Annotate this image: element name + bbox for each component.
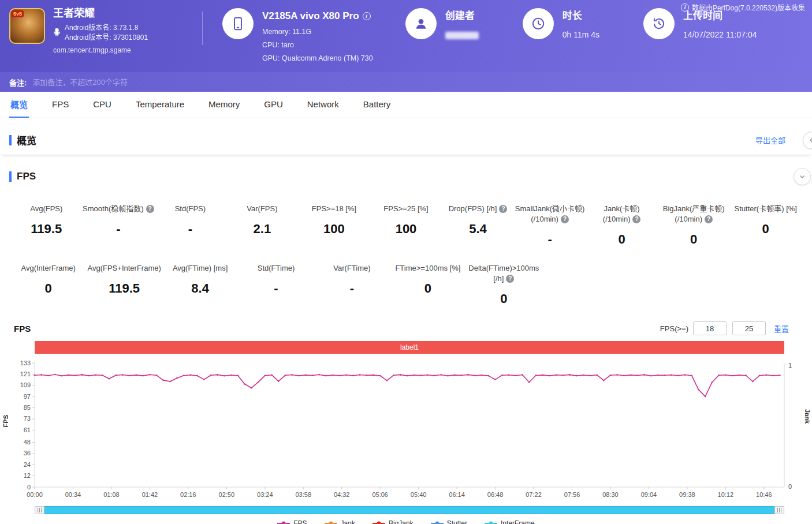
svg-text:08:30: 08:30 — [602, 491, 619, 498]
help-icon[interactable]: ? — [146, 205, 154, 213]
stat-label: FPS>=18 [%] — [298, 204, 370, 214]
svg-text:10:12: 10:12 — [718, 491, 734, 498]
svg-text:48: 48 — [24, 439, 31, 446]
help-icon[interactable]: ? — [499, 205, 507, 213]
svg-text:61: 61 — [24, 426, 31, 433]
stat-label: Std(FPS) — [154, 204, 226, 214]
stat-label: Var(FTime) — [314, 263, 390, 274]
svg-text:03:24: 03:24 — [257, 491, 273, 498]
svg-text:02:50: 02:50 — [219, 491, 235, 498]
duration-block: 时长 0h 11m 4s — [523, 7, 599, 39]
fps-section-header: FPS — [0, 163, 812, 190]
help-icon[interactable]: ? — [705, 215, 713, 223]
tab-memory[interactable]: Memory — [207, 92, 241, 118]
tab-gpu[interactable]: GPU — [263, 92, 284, 118]
stat-label: Drop(FPS) [/h]? — [442, 204, 514, 214]
tab-bar: 概览FPSCPUTemperatureMemoryGPUNetworkBatte… — [0, 92, 812, 118]
history-clock-icon — [643, 8, 675, 39]
section-accent-bar — [9, 135, 12, 145]
legend-item-fps[interactable]: FPS — [277, 519, 307, 524]
stat-item: Avg(FPS)119.5 — [10, 204, 83, 247]
svg-text:06:48: 06:48 — [487, 491, 504, 498]
phone-icon — [222, 8, 254, 39]
device-memory: Memory: 11.1G — [262, 25, 373, 39]
stat-value: - — [154, 222, 226, 237]
fps-stats-row-1: Avg(FPS)119.5Smooth(稳帧指数)?-Std(FPS)-Var(… — [0, 204, 812, 247]
stat-item: BigJank(严重卡顿)(/10min)?0 — [658, 204, 730, 247]
tab-battery[interactable]: Battery — [362, 92, 392, 118]
stat-item: Stutter(卡顿率) [%]0 — [729, 204, 802, 247]
tab-fps[interactable]: FPS — [51, 92, 70, 118]
fps-section-title: FPS — [17, 171, 36, 182]
stat-item: FTime>=100ms [%]0 — [390, 263, 465, 306]
tab-temperature[interactable]: Temperature — [135, 92, 185, 118]
legend-item-jank[interactable]: Jank — [325, 519, 355, 524]
device-info-block: V2185A vivo X80 Pro i Memory: 11.1G CPU:… — [222, 7, 373, 65]
tab-cpu[interactable]: CPU — [92, 92, 113, 118]
help-icon[interactable]: ? — [506, 275, 514, 283]
help-icon[interactable]: ? — [632, 215, 640, 223]
stat-value: 0 — [658, 232, 730, 247]
stat-value: 100 — [298, 222, 370, 237]
tab-network[interactable]: Network — [306, 92, 340, 118]
game-title: 王者荣耀 — [53, 7, 148, 20]
svg-text:1: 1 — [788, 362, 792, 369]
scrollbar-right-handle[interactable] — [774, 506, 784, 514]
chart-label1-banner: label1 — [35, 341, 784, 354]
tab-overview[interactable]: 概览 — [9, 92, 29, 118]
android-version-code: Android版本号: 373010801 — [65, 33, 148, 43]
stat-label: FTime>=100ms [%] — [390, 263, 465, 274]
fps-collapse-button[interactable] — [794, 168, 811, 185]
header-divider — [202, 12, 203, 45]
stat-item: Delta(FTime)>100ms [/h]?0 — [466, 263, 542, 306]
stat-label: Jank(卡顿)(/10min)? — [586, 204, 658, 224]
stat-label: Delta(FTime)>100ms [/h]? — [466, 263, 542, 284]
legend-label: Stutter — [447, 519, 467, 524]
creator-name-redacted — [445, 32, 479, 39]
svg-text:0: 0 — [788, 483, 792, 490]
chart-controls: FPS FPS(>=) 重置 — [0, 321, 812, 335]
stat-value: - — [238, 281, 314, 296]
stat-value: 119.5 — [86, 281, 162, 296]
reset-link[interactable]: 重置 — [774, 323, 789, 334]
svg-text:121: 121 — [20, 370, 31, 377]
creator-label: 创建者 — [445, 10, 475, 22]
svg-text:97: 97 — [24, 393, 31, 400]
device-info-icon[interactable]: i — [363, 12, 371, 20]
legend-item-interframe[interactable]: InterFrame — [485, 519, 535, 524]
scrollbar-track[interactable] — [44, 506, 774, 514]
stat-item: Jank(卡顿)(/10min)?0 — [586, 204, 658, 247]
stat-value: 0 — [729, 222, 802, 237]
chart-scrollbar — [35, 506, 784, 514]
legend-item-stutter[interactable]: Stutter — [431, 519, 467, 524]
stat-item: FPS>=25 [%]100 — [370, 204, 442, 247]
fps-chart-area: label1 133121109978573614836241201000:00… — [0, 341, 812, 504]
android-icon — [53, 28, 61, 39]
scrollbar-left-handle[interactable] — [35, 506, 44, 514]
svg-text:04:32: 04:32 — [334, 491, 350, 498]
fps-min-input[interactable] — [693, 321, 727, 335]
svg-text:36: 36 — [24, 450, 31, 456]
stat-item: FPS>=18 [%]100 — [298, 204, 370, 247]
svg-text:06:14: 06:14 — [449, 491, 465, 498]
svg-text:07:22: 07:22 — [526, 491, 542, 498]
fps-max-input[interactable] — [732, 321, 766, 335]
stat-label: BigJank(严重卡顿)(/10min)? — [658, 204, 730, 224]
device-cpu: CPU: taro — [262, 39, 373, 52]
stat-item: Avg(FPS+InterFrame)119.5 — [86, 263, 162, 306]
collapse-panel-button[interactable] — [803, 132, 812, 149]
export-all-link[interactable]: 导出全部 — [755, 134, 785, 145]
stat-value: - — [83, 222, 155, 237]
note-label: 备注: — [9, 77, 27, 88]
android-version-name: Android版本名: 3.73.1.8 — [65, 23, 148, 33]
note-input[interactable] — [32, 78, 263, 87]
svg-text:24: 24 — [24, 461, 31, 468]
fps-chart-svg[interactable]: 133121109978573614836241201000:0000:3401… — [8, 360, 804, 501]
stat-item: Smooth(稳帧指数)?- — [83, 204, 155, 247]
svg-text:10:46: 10:46 — [756, 491, 772, 498]
svg-text:07:56: 07:56 — [564, 491, 580, 498]
help-icon[interactable]: ? — [561, 215, 569, 223]
stat-label: Std(FTime) — [238, 263, 314, 274]
svg-text:09:38: 09:38 — [679, 491, 695, 498]
legend-item-bigjank[interactable]: BigJank — [373, 519, 414, 524]
